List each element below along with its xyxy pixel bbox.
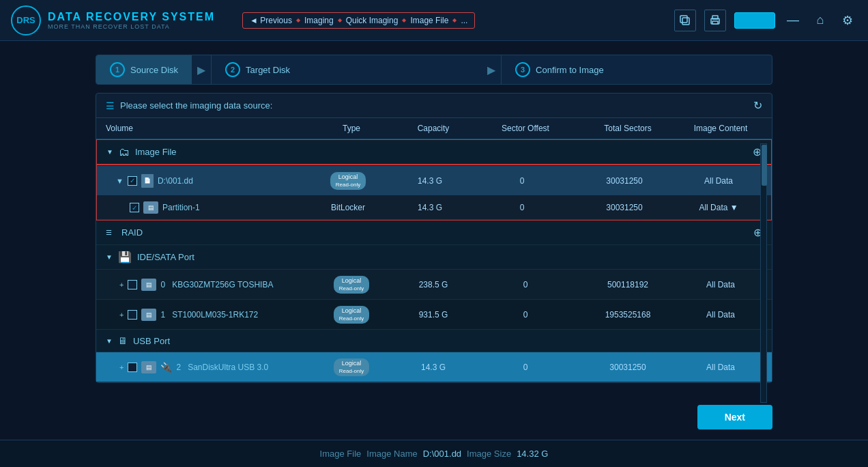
expand-dd-icon[interactable]: ▼ (116, 177, 124, 185)
breadcrumb-item-2: Quick Imaging (346, 16, 399, 25)
logo-icon: DRS (11, 5, 41, 36)
file-icon-dd: 📄 (141, 174, 154, 188)
dd-total-sectors: 30031250 (573, 176, 676, 186)
sandisk-index: 2 (176, 363, 181, 372)
sandisk-image-content: All Data (679, 363, 762, 372)
partition1-total-sectors: 30031250 (573, 203, 676, 212)
sandisk-sector-offset: 0 (474, 363, 577, 372)
prev-button[interactable]: ◄ Previous (250, 16, 292, 25)
toshiba-image-content: All Data (679, 280, 762, 289)
step-2-label: Target Disk (246, 65, 290, 75)
collapse-raid-icon: ☰ (106, 229, 112, 236)
progress-bar (734, 12, 775, 29)
print-icon-btn[interactable] (704, 10, 726, 31)
vol-partition1: ▤ Partition-1 (102, 201, 307, 214)
sandisk-total-sectors: 30031250 (577, 363, 679, 372)
sandisk-type: Logical Read-only (310, 358, 392, 376)
usb-label: USB Port (133, 336, 170, 346)
app-subtitle: MORE THAN RECOVER LOST DATA (48, 23, 215, 30)
svg-rect-0 (682, 18, 689, 25)
breadcrumb-item-3: Image File (410, 16, 448, 25)
image-file-entries-group: ▼ 📄 D:\001.dd Logical Read-only 14.3 G 0… (96, 165, 772, 221)
checkbox-dd[interactable] (128, 176, 137, 186)
logo-text: DATA RECOVERY SYSTEM MORE THAN RECOVER L… (48, 11, 215, 30)
scroll-track[interactable] (760, 143, 767, 403)
toshiba-total-sectors: 500118192 (577, 280, 679, 289)
logical-readonly-badge-seagate: Logical Read-only (334, 306, 369, 324)
checkbox-sandisk[interactable] (128, 363, 137, 372)
step-1[interactable]: 1 Source Disk (96, 55, 192, 84)
toshiba-capacity: 238.5 G (392, 280, 474, 289)
seagate-name: ST1000LM035-1RK172 (172, 310, 258, 320)
section-raid[interactable]: ☰ RAID ⊕ (96, 221, 772, 245)
panel-header-text: Please select the imaging data source: (120, 100, 272, 111)
col-total-sectors: Total Sectors (577, 124, 679, 133)
expand-seagate-icon[interactable]: + (119, 311, 124, 319)
partition1-name: Partition-1 (162, 203, 200, 212)
breadcrumb-sep3: ◆ (402, 17, 406, 23)
dd-image-content: All Data (676, 176, 762, 186)
section-ide-sata[interactable]: ▼ 💾 IDE/SATA Port (96, 245, 772, 270)
copy-icon-btn[interactable] (674, 10, 696, 31)
ide-sata-label: IDE/SATA Port (137, 252, 194, 262)
step-3[interactable]: 3 Confirm to Image (501, 55, 772, 84)
home-button[interactable]: ⌂ (811, 11, 830, 30)
dd-filename: D:\001.dd (158, 176, 193, 186)
panel-header: ☰ Please select the imaging data source:… (96, 94, 772, 118)
breadcrumb-nav[interactable]: ◄ Previous ◆ Imaging ◆ Quick Imaging ◆ I… (242, 12, 475, 29)
disk-icon-sandisk: ▤ (141, 361, 156, 373)
disk-icon-seagate: ▤ (141, 309, 156, 321)
ide-sata-icon: 💾 (118, 251, 132, 264)
table-row[interactable]: ▤ Partition-1 BitLocker 14.3 G 0 3003125… (97, 196, 771, 220)
seagate-index: 1 (160, 310, 165, 320)
image-file-label: Image File (135, 147, 177, 157)
breadcrumb-sep2: ◆ (338, 17, 342, 23)
partition1-type: BitLocker (307, 203, 389, 212)
sandisk-capacity: 14.3 G (392, 363, 474, 372)
logical-readonly-badge-toshiba: Logical Read-only (334, 276, 369, 294)
sandisk-name: SanDiskUltra USB 3.0 (188, 363, 268, 372)
svg-rect-3 (712, 16, 718, 19)
svg-rect-1 (680, 16, 687, 23)
next-button[interactable]: Next (697, 405, 772, 429)
bottom-label-imagename: Image Name (366, 449, 417, 459)
collapse-ide-icon: ▼ (106, 253, 113, 261)
scroll-thumb[interactable] (762, 145, 767, 186)
checkbox-toshiba[interactable] (128, 280, 137, 289)
seagate-total-sectors: 1953525168 (577, 310, 679, 320)
settings-button[interactable]: ⚙ (838, 11, 857, 30)
logo-area: DRS DATA RECOVERY SYSTEM MORE THAN RECOV… (11, 5, 215, 36)
col-capacity: Capacity (392, 124, 474, 133)
minimize-button[interactable]: — (783, 11, 802, 30)
table-row[interactable]: + ▤ 1 ST1000LM035-1RK172 Logical Read-on… (96, 300, 772, 330)
step-arrow-1: ▶ (192, 63, 211, 76)
breadcrumb-sep4: ◆ (452, 17, 457, 23)
table-row[interactable]: + ▤ 0 KBG30ZMT256G TOSHIBA Logical Read-… (96, 270, 772, 300)
partition1-image-content[interactable]: All Data ▼ (676, 203, 762, 212)
expand-sandisk-icon[interactable]: + (119, 363, 124, 371)
step-3-label: Confirm to Image (536, 65, 604, 75)
info-icon: ☰ (106, 100, 115, 111)
bottom-status-bar: Image File Image Name D:\001.dd Image Si… (0, 440, 868, 467)
breadcrumb-sep1: ◆ (296, 17, 300, 23)
breadcrumb-item-4: ... (461, 16, 467, 25)
table-row[interactable]: + ▤ 🔌 2 SanDiskUltra USB 3.0 Logical Rea… (96, 352, 772, 382)
step-3-num: 3 (515, 62, 530, 77)
step-2-num: 2 (225, 62, 240, 77)
bottom-label-imagesize: Image Size (467, 449, 511, 459)
usb-drive-icon: 🔌 (160, 362, 172, 373)
checkbox-partition1[interactable] (130, 203, 139, 212)
table-row[interactable]: ▼ 📄 D:\001.dd Logical Read-only 14.3 G 0… (97, 166, 771, 195)
section-image-file[interactable]: ▼ 🗂 Image File ⊕ (96, 139, 772, 165)
section-usb[interactable]: ▼ 🖥 USB Port (96, 330, 772, 352)
bottom-value-imagename: D:\001.dd (423, 449, 461, 459)
expand-toshiba-icon[interactable]: + (119, 281, 124, 289)
toshiba-sector-offset: 0 (474, 280, 577, 289)
svg-rect-4 (712, 21, 718, 24)
usb-icon: 🖥 (118, 335, 128, 346)
source-disk-panel: ☰ Please select the imaging data source:… (96, 93, 772, 383)
seagate-capacity: 931.5 G (392, 310, 474, 320)
checkbox-seagate[interactable] (128, 310, 137, 320)
refresh-icon[interactable]: ↻ (753, 99, 762, 112)
step-2[interactable]: 2 Target Disk (211, 55, 482, 84)
